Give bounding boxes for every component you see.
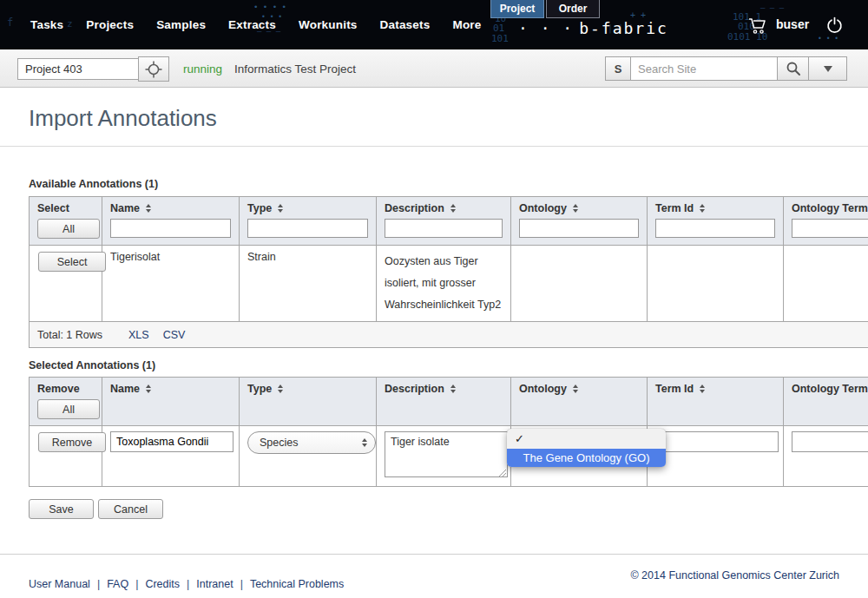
filter-term-id-input[interactable] [655,219,775,238]
available-description-cell: Oozysten aus Tiger isoliert, mit grosser… [377,246,511,322]
table-footer-row: Total: 1 Rows XLS CSV [30,322,868,348]
footer-link-intranet[interactable]: Intranet [196,578,233,590]
total-rows-label: Total: 1 Rows [37,329,102,341]
col-header-name[interactable]: Name [110,202,231,214]
tab-project[interactable]: Project [490,0,544,18]
available-type-cell: Strain [240,246,377,322]
search-options-button[interactable] [808,56,847,81]
context-bar: running Informatics Test Project S [0,49,868,88]
col-header-term-id[interactable]: Term Id [655,383,775,395]
col-header-ontology[interactable]: Ontology [519,202,639,214]
project-name-label: Informatics Test Project [234,62,356,76]
export-xls-link[interactable]: XLS [128,329,149,341]
bfabric-logo: · · ·b-fabric [518,19,668,37]
sort-icon[interactable] [573,384,578,393]
filter-description-input[interactable] [385,219,503,238]
nav-item-tasks[interactable]: Tasks [30,18,63,31]
footer-link-technical-problems[interactable]: Technical Problems [250,578,344,590]
nav-item-samples[interactable]: Samples [156,18,206,31]
goto-project-button[interactable] [138,56,169,82]
nav-item-extracts[interactable]: Extracts [228,18,276,31]
search-input[interactable] [630,56,778,81]
logo-dots: · · · [518,19,574,37]
footer-separator: | [187,578,189,590]
filter-ontology-term-input[interactable] [792,219,868,238]
nav-item-more[interactable]: More [452,18,481,31]
check-icon: ✓ [515,432,524,445]
cancel-button[interactable]: Cancel [98,499,163,519]
nav-menu: Tasks Projects Samples Extracts Workunit… [30,0,482,49]
sort-icon[interactable] [450,384,456,393]
selected-annotations-heading: Selected Annotations (1) [29,359,868,371]
select-all-button[interactable]: All [37,219,100,239]
ontology-option-gene-ontology[interactable]: The Gene Ontology (GO) [507,449,666,467]
sort-icon[interactable] [450,204,456,213]
filter-name-input[interactable] [110,219,231,238]
available-term-id-cell [648,246,784,322]
export-csv-link[interactable]: CSV [163,329,186,341]
type-select-value: Species [260,437,298,449]
cart-icon[interactable] [748,17,768,35]
filter-type-input[interactable] [247,219,368,238]
ontology-option-empty[interactable]: ✓ [507,429,666,449]
footer-links: User Manual | FAQ | Credits | Intranet |… [29,569,344,598]
search-button[interactable] [777,56,809,81]
selected-row: Remove Species Tiger isolate ✓ The Gene … [30,426,868,487]
copyright-label: © 2014 Functional Genomics Center Zurich [630,569,839,598]
nav-item-workunits[interactable]: Workunits [299,18,358,31]
col-header-type[interactable]: Type [247,202,368,214]
available-header-row: Select All Name Type Description Ontolog… [30,197,868,246]
logo-text: b-fabric [579,19,668,37]
annotation-name-input[interactable] [110,431,233,452]
annotation-type-select[interactable]: Species [247,431,376,454]
nav-decor: 101 [491,34,509,43]
col-header-term-id[interactable]: Term Id [655,202,775,214]
remove-row-button[interactable]: Remove [38,432,106,452]
user-menu[interactable]: buser [776,17,809,31]
col-header-description[interactable]: Description [385,383,503,395]
footer-link-credits[interactable]: Credits [145,578,180,590]
col-header-ontology-term[interactable]: Ontology Term [792,383,868,395]
term-id-input[interactable] [655,431,779,452]
col-header-name[interactable]: Name [110,383,231,395]
top-nav-bar: • • • • • • • 10 01 101 + + 101 1 010 01… [0,0,868,49]
sort-icon[interactable] [700,204,705,213]
sort-icon[interactable] [278,384,283,393]
filter-ontology-input[interactable] [519,219,639,238]
form-actions: Save Cancel [29,499,868,519]
sort-icon[interactable] [146,384,151,393]
nav-decor: – – – [760,4,784,12]
page-footer: User Manual | FAQ | Credits | Intranet |… [0,554,868,598]
sort-icon[interactable] [278,204,283,213]
tab-order[interactable]: Order [546,0,600,18]
ontology-dropdown-menu: ✓ The Gene Ontology (GO) [507,429,666,467]
nav-decor: f [7,17,13,28]
page-title: Import Annotations [0,88,868,132]
available-ontology-cell [511,246,648,322]
annotation-description-textarea[interactable]: Tiger isolate [385,431,508,477]
save-button[interactable]: Save [29,499,94,519]
select-stepper-icon [362,438,367,447]
col-header-description[interactable]: Description [385,202,503,214]
footer-separator: | [97,578,100,590]
col-header-ontology-term[interactable]: Ontology Term [792,202,868,214]
footer-link-faq[interactable]: FAQ [107,578,128,590]
sort-icon[interactable] [700,384,705,393]
nav-item-projects[interactable]: Projects [86,18,134,31]
search-scope-button[interactable]: S [605,56,631,81]
ontology-term-input[interactable] [792,431,868,452]
available-annotations-heading: Available Annotations (1) [29,178,868,190]
power-icon[interactable] [825,16,844,35]
nav-decor: 01 [493,23,504,33]
col-header-type[interactable]: Type [247,383,368,395]
col-header-remove: Remove [37,383,94,395]
col-header-ontology[interactable]: Ontology [519,383,639,395]
project-switch-input[interactable] [17,58,139,80]
sort-icon[interactable] [146,204,151,213]
footer-link-user-manual[interactable]: User Manual [29,578,90,590]
remove-all-button[interactable]: All [37,399,100,419]
nav-item-datasets[interactable]: Datasets [380,18,431,31]
select-row-button[interactable]: Select [38,252,106,272]
available-ontology-term-cell [784,246,868,322]
sort-icon[interactable] [573,204,578,213]
